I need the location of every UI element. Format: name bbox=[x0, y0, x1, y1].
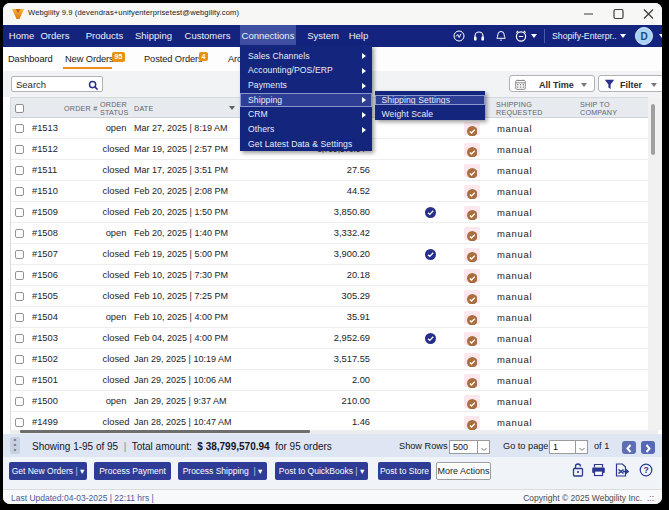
svg-text:?: ? bbox=[643, 465, 648, 475]
